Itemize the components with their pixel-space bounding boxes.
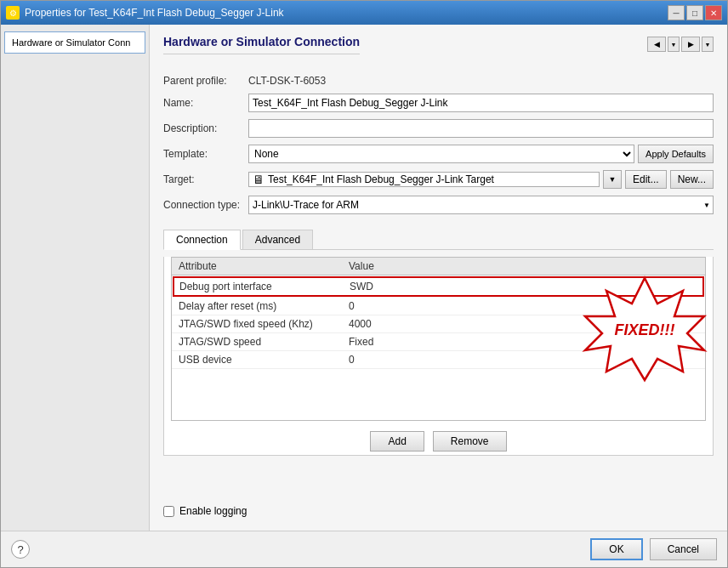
attribute-cell: JTAG/SWD fixed speed (Khz) (179, 318, 349, 330)
title-buttons: ─ □ ✕ (668, 5, 722, 20)
parent-profile-value: CLT-DSK-T-6053 (248, 75, 714, 87)
enable-logging-row: Enable logging (163, 502, 714, 520)
window-title: Properties for Test_K64F_Int Flash Debug… (25, 7, 284, 19)
add-button[interactable]: Add (370, 431, 424, 452)
main-window: ⚙ Properties for Test_K64F_Int Flash Deb… (0, 0, 728, 568)
attribute-cell: JTAG/SWD speed (179, 336, 349, 348)
description-label: Description: (163, 122, 248, 134)
value-cell: 4000 (349, 318, 372, 330)
new-target-button[interactable]: New... (670, 170, 714, 189)
table-empty-space (172, 369, 705, 420)
window-icon: ⚙ (6, 6, 20, 20)
value-column-header: Value (349, 260, 374, 272)
table-row[interactable]: Debug port interface SWD (173, 276, 704, 297)
left-panel: Hardware or Simulator Conn (1, 25, 150, 531)
table-row[interactable]: JTAG/SWD speed Fixed (172, 333, 705, 351)
attribute-column-header: Attribute (179, 260, 349, 272)
target-display: 🖥 Test_K64F_Int Flash Debug_Segger J-Lin… (248, 172, 600, 187)
ok-button[interactable]: OK (590, 538, 642, 560)
target-icon: 🖥 (253, 173, 264, 186)
table-row[interactable]: Delay after reset (ms) 0 (172, 298, 705, 315)
panel-title: Hardware or Simulator Connection (163, 35, 360, 54)
enable-logging-label: Enable logging (179, 505, 247, 517)
connection-type-select[interactable]: J-Link\U-Trace for ARM (248, 196, 714, 214)
nav-back-dropdown[interactable]: ▼ (668, 37, 680, 52)
enable-logging-checkbox[interactable] (163, 506, 174, 517)
nav-forward-button[interactable]: ▶ (681, 37, 700, 52)
name-row: Name: (163, 94, 714, 112)
footer: ? OK Cancel (1, 531, 727, 567)
value-cell: Fixed (349, 336, 373, 348)
tab-content: Attribute Value Debug port interface SWD… (163, 257, 714, 456)
template-select[interactable]: None (248, 145, 634, 163)
attribute-cell: USB device (179, 354, 349, 366)
add-remove-buttons: Add Remove (164, 428, 713, 455)
description-row: Description: (163, 119, 714, 138)
table-row[interactable]: JTAG/SWD fixed speed (Khz) 4000 (172, 315, 705, 333)
title-bar: ⚙ Properties for Test_K64F_Int Flash Deb… (1, 1, 727, 25)
connection-type-row: Connection type: J-Link\U-Trace for ARM (163, 196, 714, 214)
minimize-button[interactable]: ─ (668, 5, 685, 20)
panel-header-row: Hardware or Simulator Connection ◀ ▼ ▶ ▼ (163, 35, 714, 65)
parent-profile-label: Parent profile: (163, 75, 248, 87)
remove-button[interactable]: Remove (433, 431, 507, 452)
nav-forward-dropdown[interactable]: ▼ (702, 37, 714, 52)
target-select-area: 🖥 Test_K64F_Int Flash Debug_Segger J-Lin… (248, 170, 714, 189)
sidebar-item-hardware[interactable]: Hardware or Simulator Conn (4, 31, 145, 54)
template-row: Template: None Apply Defaults (163, 145, 714, 163)
cancel-button[interactable]: Cancel (650, 538, 717, 560)
tabs-area: Connection Advanced Attribute Value (163, 230, 714, 495)
content-area: Hardware or Simulator Conn Hardware or S… (1, 25, 727, 531)
template-label: Template: (163, 148, 248, 160)
target-label: Target: (163, 173, 248, 185)
attributes-table: Attribute Value Debug port interface SWD… (171, 257, 706, 421)
name-label: Name: (163, 97, 248, 109)
edit-target-button[interactable]: Edit... (625, 170, 667, 189)
connection-type-wrapper: J-Link\U-Trace for ARM (248, 196, 714, 214)
attribute-cell: Debug port interface (179, 281, 350, 293)
target-row: Target: 🖥 Test_K64F_Int Flash Debug_Segg… (163, 170, 714, 189)
tab-advanced[interactable]: Advanced (242, 230, 313, 249)
description-input[interactable] (248, 119, 714, 138)
connection-type-label: Connection type: (163, 199, 248, 211)
target-dropdown-button[interactable]: ▼ (603, 170, 622, 189)
table-row[interactable]: USB device 0 (172, 351, 705, 369)
value-cell: 0 (349, 354, 355, 366)
right-panel: Hardware or Simulator Connection ◀ ▼ ▶ ▼… (150, 25, 727, 531)
template-select-area: None Apply Defaults (248, 145, 714, 163)
tabs-header: Connection Advanced (163, 230, 714, 250)
tab-connection[interactable]: Connection (163, 230, 241, 250)
value-cell: 0 (349, 300, 355, 312)
table-header: Attribute Value (172, 258, 705, 275)
help-button[interactable]: ? (11, 540, 30, 559)
maximize-button[interactable]: □ (686, 5, 703, 20)
apply-defaults-button[interactable]: Apply Defaults (638, 145, 714, 163)
parent-profile-row: Parent profile: CLT-DSK-T-6053 (163, 75, 714, 87)
name-input[interactable] (248, 94, 714, 112)
title-bar-left: ⚙ Properties for Test_K64F_Int Flash Deb… (6, 6, 284, 20)
value-cell: SWD (350, 281, 373, 293)
close-button[interactable]: ✕ (705, 5, 722, 20)
attribute-cell: Delay after reset (ms) (179, 300, 349, 312)
nav-back-button[interactable]: ◀ (647, 37, 666, 52)
target-value: Test_K64F_Int Flash Debug_Segger J-Link … (268, 173, 494, 185)
footer-buttons: OK Cancel (590, 538, 717, 560)
table-wrapper: Attribute Value Debug port interface SWD… (164, 257, 713, 421)
